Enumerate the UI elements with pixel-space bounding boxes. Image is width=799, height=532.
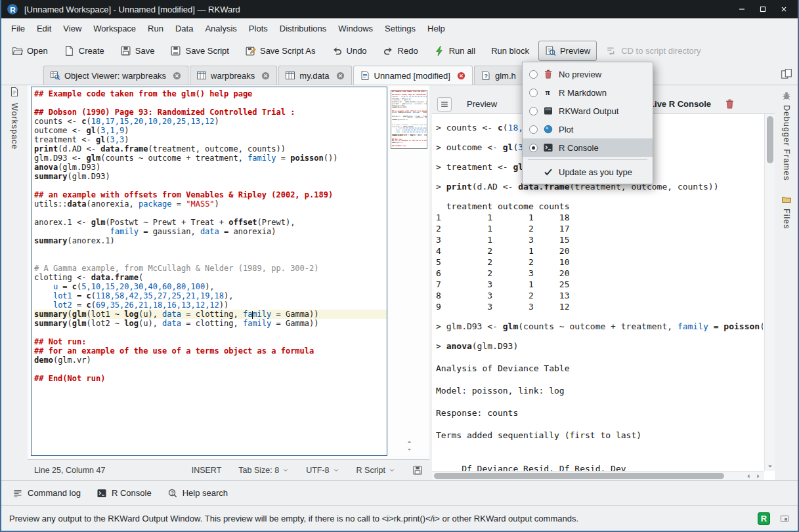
toolbar-create[interactable]: Create bbox=[57, 41, 111, 61]
save-status-icon[interactable] bbox=[412, 465, 423, 476]
main-area: Workspace ## Example code taken from the… bbox=[1, 85, 798, 480]
toolbar-save-script[interactable]: Save Script bbox=[163, 41, 235, 61]
encoding-select[interactable]: UTF-8 bbox=[306, 466, 339, 475]
menu-view[interactable]: View bbox=[57, 20, 87, 37]
console-line: 6 2 3 20 bbox=[436, 268, 763, 279]
chevron-down-icon bbox=[389, 467, 395, 474]
rkward-window: R [Unnamed Workspace] - Unnamed [modifie… bbox=[0, 0, 799, 532]
menu-item-rkward-output[interactable]: RKWard Output bbox=[523, 102, 653, 120]
close-icon[interactable] bbox=[172, 71, 182, 81]
scroll-left-icon[interactable] bbox=[746, 473, 751, 480]
console-line: Model: poisson, link: log bbox=[436, 385, 763, 396]
toolbar-cd-to-script-directory[interactable]: CD to script directory bbox=[599, 41, 707, 61]
toolbar-undo[interactable]: Undo bbox=[325, 41, 374, 61]
code-line: ## Example code taken from the glm() hel… bbox=[392, 91, 426, 93]
toolview-help-search[interactable]: ?Help search bbox=[162, 484, 234, 502]
svg-text:R: R bbox=[10, 5, 16, 14]
menu-item-update-as-you-type[interactable]: Update as you type bbox=[523, 163, 653, 181]
close-button[interactable] bbox=[775, 3, 792, 16]
close-pane-trash-icon[interactable] bbox=[724, 98, 735, 110]
menu-distributions[interactable]: Distributions bbox=[274, 20, 333, 37]
doc-tab-unnamed-modified[interactable]: Unnamed [modified] bbox=[353, 66, 473, 85]
menu-item-r-console[interactable]: R Console bbox=[523, 138, 653, 157]
r-engine-status-badge: R bbox=[758, 512, 770, 525]
split-view-icon[interactable] bbox=[781, 68, 792, 80]
menu-windows[interactable]: Windows bbox=[332, 20, 379, 37]
toolbar-preview[interactable]: Preview bbox=[538, 41, 597, 61]
menu-item-no-preview[interactable]: No preview bbox=[523, 65, 653, 83]
status-bar: Preview any output to the RKWard Output … bbox=[1, 505, 798, 531]
menu-plots[interactable]: Plots bbox=[243, 20, 274, 37]
scroll-down-icon[interactable] bbox=[406, 447, 413, 452]
sidebar-item-files[interactable]: Files bbox=[781, 194, 792, 229]
close-icon[interactable] bbox=[261, 71, 270, 81]
tab-preview[interactable]: Preview bbox=[460, 96, 504, 112]
files-icon bbox=[781, 194, 792, 205]
sidebar-item-debugger-frames[interactable]: Debugger Frames bbox=[781, 91, 792, 181]
menu-data[interactable]: Data bbox=[169, 20, 199, 37]
minimap-thumbnail[interactable]: ## Example code taken from the glm() hel… bbox=[391, 90, 427, 149]
scroll-right-icon[interactable] bbox=[756, 473, 761, 480]
code-line: ## an example with offsets from Venables… bbox=[34, 190, 387, 199]
scroll-down-icon[interactable] bbox=[767, 464, 773, 469]
toolbar-save[interactable]: Save bbox=[114, 41, 162, 61]
maximize-button[interactable] bbox=[754, 3, 771, 16]
toolbar-run-block[interactable]: Run block bbox=[485, 41, 536, 60]
toolbar-button-label: Open bbox=[27, 46, 48, 56]
menu-edit[interactable]: Edit bbox=[31, 20, 57, 37]
tab-size-select[interactable]: Tab Size: 8 bbox=[238, 466, 289, 475]
menu-run[interactable]: Run bbox=[142, 20, 169, 37]
sidebar-item-workspace[interactable]: Workspace bbox=[10, 103, 19, 150]
menu-settings[interactable]: Settings bbox=[379, 20, 421, 37]
tab-live-r-console[interactable]: Live R Console bbox=[643, 96, 718, 112]
check-icon bbox=[543, 167, 553, 177]
main-toolbar: OpenCreateSaveSave ScriptSave Script AsU… bbox=[1, 38, 798, 63]
close-icon[interactable] bbox=[335, 71, 345, 81]
code-line bbox=[34, 255, 387, 264]
menu-item-plot[interactable]: Plot bbox=[523, 120, 653, 138]
toolbar-run-all[interactable]: Run all bbox=[427, 41, 482, 61]
code-editor[interactable]: ## Example code taken from the glm() hel… bbox=[31, 87, 387, 456]
doc-tab-my-data[interactable]: my.data bbox=[278, 66, 351, 85]
radio-button bbox=[529, 70, 538, 79]
toolbar-open[interactable]: Open bbox=[5, 41, 54, 61]
doc-tab-warpbreaks[interactable]: warpbreaks bbox=[190, 66, 277, 85]
toolview-label: Command log bbox=[28, 488, 81, 498]
filetype-label: R Script bbox=[356, 466, 385, 475]
console-line: 2 1 2 17 bbox=[436, 223, 763, 234]
menu-separator bbox=[528, 159, 647, 160]
console-line: treatment outcome counts bbox=[436, 201, 763, 212]
toolview-command-log[interactable]: Command log bbox=[7, 484, 87, 502]
code-line: ## End(Not run) bbox=[34, 374, 387, 383]
toolbar-save-script-as[interactable]: Save Script As bbox=[238, 41, 322, 61]
toolbar-redo[interactable]: Redo bbox=[376, 41, 425, 61]
menu-help[interactable]: Help bbox=[421, 20, 451, 37]
close-red-icon[interactable] bbox=[456, 71, 466, 81]
menu-file[interactable]: File bbox=[5, 20, 31, 37]
help-page-icon: ? bbox=[481, 70, 491, 81]
console-line: 1 1 1 18 bbox=[436, 212, 763, 223]
editor-pane: ## Example code taken from the glm() hel… bbox=[28, 85, 429, 480]
menu-workspace[interactable]: Workspace bbox=[87, 20, 142, 37]
insert-mode[interactable]: INSERT bbox=[192, 466, 222, 475]
console-line: > anova(glm.D93) bbox=[436, 340, 763, 352]
code-line: demo(glm.vr) bbox=[34, 356, 387, 365]
menu-item-r-markdown[interactable]: πR Markdown bbox=[523, 83, 653, 102]
scroll-up-icon[interactable] bbox=[406, 440, 413, 444]
console-vertical-scrollbar[interactable] bbox=[764, 114, 775, 471]
console-horizontal-scrollbar[interactable] bbox=[432, 471, 764, 480]
minimize-button[interactable] bbox=[733, 3, 750, 16]
plot-icon bbox=[543, 124, 553, 134]
menu-analysis[interactable]: Analysis bbox=[199, 20, 242, 37]
editor-scrollbar-column[interactable]: ## Example code taken from the glm() hel… bbox=[389, 87, 429, 456]
scrollbar-thumb[interactable] bbox=[767, 116, 773, 163]
toolview-r-console[interactable]: R Console bbox=[91, 484, 158, 502]
console-line: 5 2 2 10 bbox=[436, 256, 763, 268]
scrollbar-thumb[interactable] bbox=[434, 473, 724, 479]
filetype-select[interactable]: R Script bbox=[356, 466, 395, 475]
minimize-icon bbox=[737, 5, 746, 14]
code-line: summary(anorex.1) bbox=[34, 236, 387, 245]
pane-menu-button[interactable] bbox=[437, 97, 452, 112]
doc-tab-object-viewer-warpbreaks[interactable]: Object Viewer: warpbreaks bbox=[43, 66, 188, 85]
console-line: Analysis of Deviance Table bbox=[436, 363, 763, 374]
